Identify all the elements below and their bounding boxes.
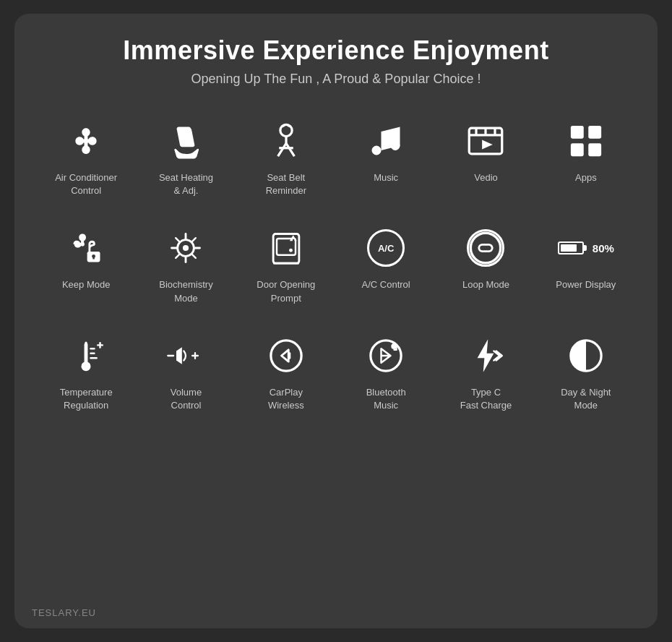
keepmode-label: Keep Mode (62, 278, 111, 291)
power-label: Power Display (556, 278, 616, 291)
carplay-svg (267, 337, 305, 374)
feature-temperature: TemperatureRegulation (36, 323, 136, 423)
main-title: Immersive Experience Enjoyment (123, 35, 548, 66)
seat-icon (164, 119, 207, 163)
feature-apps: Apps (536, 108, 636, 208)
feature-power-display: 80% Power Display (536, 215, 636, 315)
bio-icon (164, 226, 207, 270)
feature-ac-control: A/C A/C Control (336, 215, 436, 315)
seat-svg (167, 122, 204, 160)
volume-svg (167, 337, 204, 374)
door-svg (267, 229, 305, 267)
door-label: Door OpeningPrompt (257, 278, 315, 304)
ac-circle-icon: A/C (364, 226, 408, 270)
features-grid: Air ConditionerControl Seat Heating& Adj… (29, 108, 643, 423)
feature-volume: VolumeControl (136, 323, 236, 423)
svg-point-42 (271, 341, 301, 371)
daynight-svg (567, 337, 605, 374)
ac-circle-inner: A/C (367, 229, 405, 267)
feature-video: Vedio (436, 108, 535, 208)
daynight-label: Day & NightMode (561, 386, 611, 412)
battery-icon: 80% (564, 226, 608, 270)
loop-icon (464, 226, 507, 270)
watermark: TESLARY.EU (32, 607, 96, 618)
svg-point-0 (280, 124, 292, 136)
svg-rect-26 (293, 244, 294, 245)
loop-label: Loop Mode (462, 278, 509, 291)
apps-svg (567, 122, 605, 160)
svg-rect-17 (93, 257, 95, 260)
apps-label: Apps (575, 171, 597, 184)
svg-rect-39 (176, 351, 181, 360)
feature-daynight: Day & NightMode (536, 323, 636, 423)
svg-rect-28 (479, 245, 492, 252)
video-label: Vedio (474, 171, 498, 184)
temp-svg (67, 337, 105, 374)
header: Immersive Experience Enjoyment Opening U… (123, 35, 548, 87)
volume-label: VolumeControl (171, 386, 202, 412)
svg-rect-14 (588, 143, 601, 156)
svg-line-2 (277, 143, 285, 156)
feature-seat-heating: Seat Heating& Adj. (136, 108, 236, 208)
svg-marker-48 (478, 339, 494, 372)
volume-icon (164, 334, 207, 377)
bluetooth-label: BluetoothMusic (366, 386, 406, 412)
svg-point-19 (183, 245, 189, 251)
ac-control-label: A/C Control (362, 278, 410, 291)
door-icon (264, 226, 308, 270)
battery-percent: 80% (593, 242, 614, 254)
svg-rect-13 (571, 143, 584, 156)
temp-label: TemperatureRegulation (60, 386, 113, 412)
typec-svg (467, 337, 504, 374)
feature-carplay: CarPlayWireless (236, 323, 336, 423)
bio-svg (167, 229, 204, 267)
video-svg (467, 122, 504, 160)
feature-bluetooth: BluetoothMusic (336, 323, 436, 423)
typec-icon (464, 334, 507, 377)
carplay-label: CarPlayWireless (268, 386, 304, 412)
seat-label: Seat Heating& Adj. (159, 171, 213, 197)
keepmode-icon (64, 226, 108, 270)
seatbelt-svg (267, 122, 305, 160)
svg-point-22 (289, 249, 293, 252)
main-card: Immersive Experience Enjoyment Opening U… (14, 14, 658, 628)
keepmode-svg (67, 229, 105, 267)
seatbelt-label: Seat BeltReminder (266, 171, 306, 197)
bluetooth-icon (364, 334, 408, 377)
bluetooth-svg (367, 337, 405, 374)
battery-body (558, 241, 584, 254)
feature-loop-mode: Loop Mode (436, 215, 535, 315)
feature-seatbelt: Seat BeltReminder (236, 108, 336, 208)
fan-svg (67, 122, 105, 160)
seatbelt-icon (264, 119, 308, 163)
feature-typec: Type CFast Charge (436, 323, 535, 423)
svg-marker-10 (483, 140, 494, 149)
music-icon (364, 119, 408, 163)
feature-air-conditioner: Air ConditionerControl (36, 108, 136, 208)
svg-rect-31 (85, 343, 88, 364)
apps-icon (564, 119, 608, 163)
svg-rect-12 (588, 126, 601, 139)
feature-keep-mode: Keep Mode (36, 215, 136, 315)
feature-door: Door OpeningPrompt (236, 215, 336, 315)
feature-biochemistry: BiochemistryMode (136, 215, 236, 315)
subtitle: Opening Up The Fun , A Proud & Popular C… (123, 72, 548, 87)
ac-label: Air ConditionerControl (55, 171, 117, 197)
svg-rect-11 (571, 126, 584, 139)
temp-icon (64, 334, 108, 377)
ac-icon (64, 119, 108, 163)
svg-rect-25 (293, 239, 294, 243)
svg-point-27 (471, 234, 501, 263)
battery-fill (561, 244, 577, 252)
music-svg (367, 122, 405, 160)
loop-svg (469, 229, 502, 267)
video-icon (464, 119, 507, 163)
typec-label: Type CFast Charge (460, 386, 512, 412)
music-label: Music (374, 171, 398, 184)
carplay-icon (264, 334, 308, 377)
battery-display: 80% (558, 241, 614, 254)
svg-line-3 (286, 143, 294, 156)
bio-label: BiochemistryMode (159, 278, 212, 304)
feature-music: Music (336, 108, 436, 208)
loop-circle-inner (467, 229, 504, 267)
